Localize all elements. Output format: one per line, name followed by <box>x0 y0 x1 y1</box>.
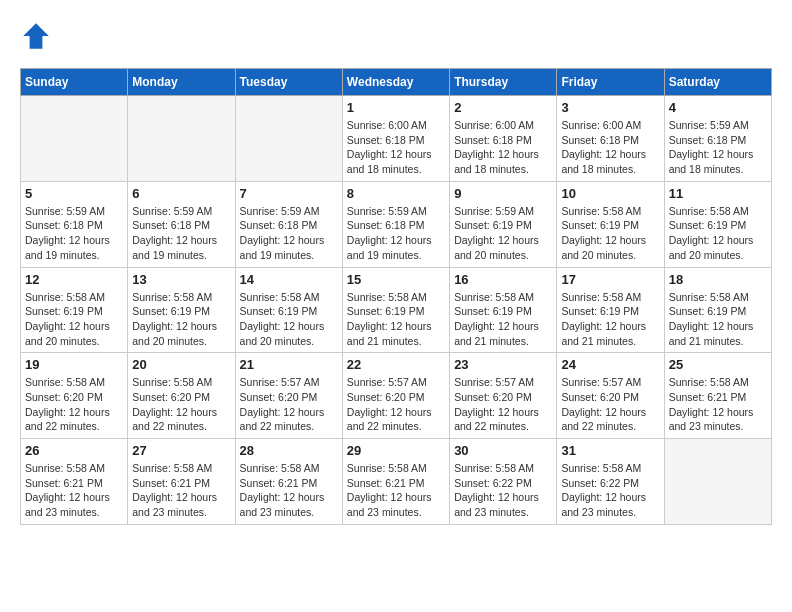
day-info: Sunrise: 5:58 AM Sunset: 6:21 PM Dayligh… <box>347 461 445 520</box>
day-info: Sunrise: 5:58 AM Sunset: 6:22 PM Dayligh… <box>561 461 659 520</box>
calendar-cell: 17Sunrise: 5:58 AM Sunset: 6:19 PM Dayli… <box>557 267 664 353</box>
calendar-cell <box>128 96 235 182</box>
calendar-cell: 8Sunrise: 5:59 AM Sunset: 6:18 PM Daylig… <box>342 181 449 267</box>
day-info: Sunrise: 5:58 AM Sunset: 6:21 PM Dayligh… <box>25 461 123 520</box>
day-number: 28 <box>240 443 338 458</box>
calendar-cell: 30Sunrise: 5:58 AM Sunset: 6:22 PM Dayli… <box>450 439 557 525</box>
day-number: 25 <box>669 357 767 372</box>
day-info: Sunrise: 5:59 AM Sunset: 6:18 PM Dayligh… <box>25 204 123 263</box>
day-info: Sunrise: 5:57 AM Sunset: 6:20 PM Dayligh… <box>454 375 552 434</box>
calendar-cell: 10Sunrise: 5:58 AM Sunset: 6:19 PM Dayli… <box>557 181 664 267</box>
day-info: Sunrise: 5:58 AM Sunset: 6:19 PM Dayligh… <box>669 204 767 263</box>
day-number: 29 <box>347 443 445 458</box>
calendar-cell: 22Sunrise: 5:57 AM Sunset: 6:20 PM Dayli… <box>342 353 449 439</box>
day-info: Sunrise: 5:57 AM Sunset: 6:20 PM Dayligh… <box>240 375 338 434</box>
day-info: Sunrise: 6:00 AM Sunset: 6:18 PM Dayligh… <box>347 118 445 177</box>
calendar-cell: 13Sunrise: 5:58 AM Sunset: 6:19 PM Dayli… <box>128 267 235 353</box>
day-info: Sunrise: 5:58 AM Sunset: 6:20 PM Dayligh… <box>25 375 123 434</box>
day-info: Sunrise: 6:00 AM Sunset: 6:18 PM Dayligh… <box>561 118 659 177</box>
day-number: 5 <box>25 186 123 201</box>
calendar-cell: 29Sunrise: 5:58 AM Sunset: 6:21 PM Dayli… <box>342 439 449 525</box>
day-number: 13 <box>132 272 230 287</box>
calendar-cell <box>21 96 128 182</box>
day-number: 24 <box>561 357 659 372</box>
calendar-cell: 9Sunrise: 5:59 AM Sunset: 6:19 PM Daylig… <box>450 181 557 267</box>
day-info: Sunrise: 5:58 AM Sunset: 6:19 PM Dayligh… <box>561 290 659 349</box>
day-info: Sunrise: 5:57 AM Sunset: 6:20 PM Dayligh… <box>561 375 659 434</box>
calendar-header-tuesday: Tuesday <box>235 69 342 96</box>
calendar-header-friday: Friday <box>557 69 664 96</box>
day-number: 12 <box>25 272 123 287</box>
calendar-week-row: 19Sunrise: 5:58 AM Sunset: 6:20 PM Dayli… <box>21 353 772 439</box>
day-info: Sunrise: 5:57 AM Sunset: 6:20 PM Dayligh… <box>347 375 445 434</box>
day-info: Sunrise: 5:59 AM Sunset: 6:18 PM Dayligh… <box>347 204 445 263</box>
day-number: 15 <box>347 272 445 287</box>
day-info: Sunrise: 5:58 AM Sunset: 6:19 PM Dayligh… <box>347 290 445 349</box>
calendar-cell: 2Sunrise: 6:00 AM Sunset: 6:18 PM Daylig… <box>450 96 557 182</box>
calendar-cell: 1Sunrise: 6:00 AM Sunset: 6:18 PM Daylig… <box>342 96 449 182</box>
calendar-cell: 18Sunrise: 5:58 AM Sunset: 6:19 PM Dayli… <box>664 267 771 353</box>
day-info: Sunrise: 5:58 AM Sunset: 6:19 PM Dayligh… <box>132 290 230 349</box>
logo <box>20 20 56 52</box>
calendar-header-monday: Monday <box>128 69 235 96</box>
calendar-cell: 26Sunrise: 5:58 AM Sunset: 6:21 PM Dayli… <box>21 439 128 525</box>
day-info: Sunrise: 5:58 AM Sunset: 6:19 PM Dayligh… <box>454 290 552 349</box>
day-info: Sunrise: 5:58 AM Sunset: 6:21 PM Dayligh… <box>240 461 338 520</box>
day-number: 21 <box>240 357 338 372</box>
day-number: 16 <box>454 272 552 287</box>
day-number: 18 <box>669 272 767 287</box>
day-number: 30 <box>454 443 552 458</box>
calendar-cell: 16Sunrise: 5:58 AM Sunset: 6:19 PM Dayli… <box>450 267 557 353</box>
day-number: 14 <box>240 272 338 287</box>
logo-icon <box>20 20 52 52</box>
day-info: Sunrise: 5:59 AM Sunset: 6:18 PM Dayligh… <box>669 118 767 177</box>
calendar-cell: 20Sunrise: 5:58 AM Sunset: 6:20 PM Dayli… <box>128 353 235 439</box>
day-info: Sunrise: 6:00 AM Sunset: 6:18 PM Dayligh… <box>454 118 552 177</box>
calendar-cell: 21Sunrise: 5:57 AM Sunset: 6:20 PM Dayli… <box>235 353 342 439</box>
calendar-cell: 4Sunrise: 5:59 AM Sunset: 6:18 PM Daylig… <box>664 96 771 182</box>
calendar-header-saturday: Saturday <box>664 69 771 96</box>
day-number: 4 <box>669 100 767 115</box>
calendar-cell: 23Sunrise: 5:57 AM Sunset: 6:20 PM Dayli… <box>450 353 557 439</box>
day-info: Sunrise: 5:59 AM Sunset: 6:18 PM Dayligh… <box>240 204 338 263</box>
calendar-cell <box>235 96 342 182</box>
calendar-header-sunday: Sunday <box>21 69 128 96</box>
calendar-cell: 28Sunrise: 5:58 AM Sunset: 6:21 PM Dayli… <box>235 439 342 525</box>
calendar-cell: 15Sunrise: 5:58 AM Sunset: 6:19 PM Dayli… <box>342 267 449 353</box>
day-info: Sunrise: 5:58 AM Sunset: 6:20 PM Dayligh… <box>132 375 230 434</box>
svg-marker-0 <box>23 23 49 49</box>
calendar-cell: 25Sunrise: 5:58 AM Sunset: 6:21 PM Dayli… <box>664 353 771 439</box>
calendar-cell: 3Sunrise: 6:00 AM Sunset: 6:18 PM Daylig… <box>557 96 664 182</box>
day-info: Sunrise: 5:58 AM Sunset: 6:21 PM Dayligh… <box>669 375 767 434</box>
day-number: 2 <box>454 100 552 115</box>
day-number: 7 <box>240 186 338 201</box>
day-info: Sunrise: 5:58 AM Sunset: 6:19 PM Dayligh… <box>25 290 123 349</box>
calendar-cell: 31Sunrise: 5:58 AM Sunset: 6:22 PM Dayli… <box>557 439 664 525</box>
day-info: Sunrise: 5:58 AM Sunset: 6:19 PM Dayligh… <box>240 290 338 349</box>
day-number: 31 <box>561 443 659 458</box>
day-number: 20 <box>132 357 230 372</box>
day-number: 22 <box>347 357 445 372</box>
day-number: 8 <box>347 186 445 201</box>
day-number: 27 <box>132 443 230 458</box>
calendar-cell: 5Sunrise: 5:59 AM Sunset: 6:18 PM Daylig… <box>21 181 128 267</box>
calendar-cell: 27Sunrise: 5:58 AM Sunset: 6:21 PM Dayli… <box>128 439 235 525</box>
day-info: Sunrise: 5:58 AM Sunset: 6:21 PM Dayligh… <box>132 461 230 520</box>
day-info: Sunrise: 5:58 AM Sunset: 6:19 PM Dayligh… <box>561 204 659 263</box>
day-number: 3 <box>561 100 659 115</box>
calendar-table: SundayMondayTuesdayWednesdayThursdayFrid… <box>20 68 772 525</box>
day-number: 11 <box>669 186 767 201</box>
day-info: Sunrise: 5:59 AM Sunset: 6:18 PM Dayligh… <box>132 204 230 263</box>
calendar-week-row: 1Sunrise: 6:00 AM Sunset: 6:18 PM Daylig… <box>21 96 772 182</box>
day-number: 9 <box>454 186 552 201</box>
calendar-cell: 6Sunrise: 5:59 AM Sunset: 6:18 PM Daylig… <box>128 181 235 267</box>
calendar-cell <box>664 439 771 525</box>
day-info: Sunrise: 5:58 AM Sunset: 6:19 PM Dayligh… <box>669 290 767 349</box>
calendar-cell: 24Sunrise: 5:57 AM Sunset: 6:20 PM Dayli… <box>557 353 664 439</box>
day-number: 17 <box>561 272 659 287</box>
calendar-week-row: 26Sunrise: 5:58 AM Sunset: 6:21 PM Dayli… <box>21 439 772 525</box>
day-number: 1 <box>347 100 445 115</box>
calendar-cell: 11Sunrise: 5:58 AM Sunset: 6:19 PM Dayli… <box>664 181 771 267</box>
day-number: 6 <box>132 186 230 201</box>
calendar-week-row: 12Sunrise: 5:58 AM Sunset: 6:19 PM Dayli… <box>21 267 772 353</box>
